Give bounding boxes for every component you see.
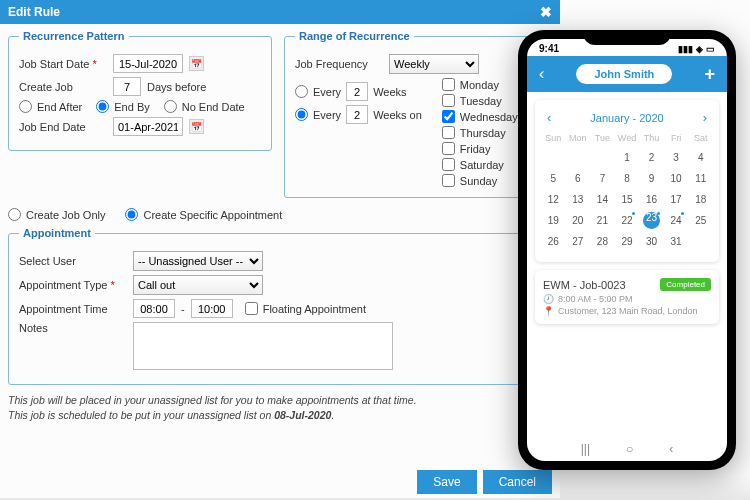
calendar-day[interactable]: 9	[639, 168, 664, 189]
calendar-day[interactable]: 20	[566, 210, 591, 231]
calendar-day[interactable]: 30	[639, 231, 664, 252]
end-by-radio[interactable]: End By	[96, 100, 149, 113]
range-legend: Range of Recurrence	[295, 30, 414, 42]
calendar-day[interactable]: 3	[664, 147, 689, 168]
weekday-wednesday[interactable]: Wednesday	[442, 110, 518, 123]
create-job-only-radio[interactable]: Create Job Only	[8, 208, 105, 221]
job-address: Customer, 123 Main Road, London	[558, 306, 698, 316]
user-pill[interactable]: John Smith	[576, 64, 672, 84]
calendar-icon[interactable]: 📅	[189, 56, 204, 71]
wifi-icon: ◈	[696, 44, 703, 54]
dialog-titlebar: Edit Rule ✖	[0, 0, 560, 24]
weekday-list: Monday Tuesday Wednesday Thursday Friday…	[442, 78, 518, 187]
notes-textarea[interactable]	[133, 322, 393, 370]
signal-icon: ▮▮▮	[678, 44, 693, 54]
calendar-day[interactable]: 6	[566, 168, 591, 189]
dialog-title: Edit Rule	[8, 5, 60, 19]
end-after-radio[interactable]: End After	[19, 100, 82, 113]
frequency-label: Job Frequency	[295, 58, 383, 70]
appt-type-dropdown[interactable]: Call out	[133, 275, 263, 295]
weekday-sunday[interactable]: Sunday	[442, 174, 518, 187]
calendar-day[interactable]: 16	[639, 189, 664, 210]
dow-row: SunMonTueWedThuFriSat	[541, 133, 713, 143]
time-to-input[interactable]	[191, 299, 233, 318]
calendar-icon[interactable]: 📅	[189, 119, 204, 134]
frequency-select[interactable]: Weekly	[389, 54, 479, 74]
calendar-day[interactable]: 25	[688, 210, 713, 231]
calendar-card: ‹ January - 2020 › SunMonTueWedThuFriSat…	[535, 100, 719, 262]
calendar-day[interactable]: 29	[615, 231, 640, 252]
appointment-legend: Appointment	[19, 227, 95, 239]
every-weeks-input[interactable]	[346, 82, 368, 101]
status-badge: Completed	[660, 278, 711, 291]
calendar-day	[688, 231, 713, 252]
calendar-day[interactable]: 22	[615, 210, 640, 231]
calendar-day[interactable]: 1	[615, 147, 640, 168]
cancel-button[interactable]: Cancel	[483, 470, 552, 494]
clock-icon: 🕗	[543, 294, 554, 304]
select-user-dropdown[interactable]: -- Unassigned User --	[133, 251, 263, 271]
calendar-day[interactable]: 31	[664, 231, 689, 252]
weekday-monday[interactable]: Monday	[442, 78, 518, 91]
time-from-input[interactable]	[133, 299, 175, 318]
next-month-icon[interactable]: ›	[703, 110, 707, 125]
calendar-day[interactable]: 13	[566, 189, 591, 210]
end-date-label: Job End Date	[19, 121, 107, 133]
calendar-day[interactable]: 2	[639, 147, 664, 168]
calendar-day[interactable]: 8	[615, 168, 640, 189]
start-date-input[interactable]	[113, 54, 183, 73]
close-icon[interactable]: ✖	[540, 4, 552, 20]
add-icon[interactable]: +	[704, 64, 715, 85]
every-weeks-on-input[interactable]	[346, 105, 368, 124]
calendar-grid: 1234567891011121314151617181920212223242…	[541, 147, 713, 252]
calendar-day[interactable]: 12	[541, 189, 566, 210]
calendar-day[interactable]: 11	[688, 168, 713, 189]
home-icon[interactable]: ○	[626, 442, 633, 456]
calendar-day[interactable]: 23	[639, 210, 664, 231]
back-nav-icon[interactable]: ‹	[669, 442, 673, 456]
days-before-input[interactable]	[113, 77, 141, 96]
prev-month-icon[interactable]: ‹	[547, 110, 551, 125]
calendar-day[interactable]: 4	[688, 147, 713, 168]
every-weeks-radio[interactable]: Every Weeks	[295, 82, 422, 101]
weekday-tuesday[interactable]: Tuesday	[442, 94, 518, 107]
weekday-saturday[interactable]: Saturday	[442, 158, 518, 171]
calendar-day[interactable]: 18	[688, 189, 713, 210]
floating-checkbox[interactable]: Floating Appointment	[245, 302, 366, 315]
appt-time-label: Appointment Time	[19, 303, 127, 315]
save-button[interactable]: Save	[417, 470, 476, 494]
no-end-radio[interactable]: No End Date	[164, 100, 245, 113]
calendar-day[interactable]: 27	[566, 231, 591, 252]
android-navbar: ||| ○ ‹	[581, 442, 674, 456]
calendar-day[interactable]: 7	[590, 168, 615, 189]
edit-rule-dialog: Edit Rule ✖ Recurrence Pattern Job Start…	[0, 0, 560, 498]
every-weeks-on-radio[interactable]: Every Weeks on	[295, 105, 422, 124]
recurrence-legend: Recurrence Pattern	[19, 30, 129, 42]
calendar-day[interactable]: 28	[590, 231, 615, 252]
calendar-day[interactable]: 26	[541, 231, 566, 252]
calendar-day[interactable]: 19	[541, 210, 566, 231]
calendar-day	[590, 147, 615, 168]
job-card[interactable]: EWM - Job-0023 Completed 🕗8:00 AM - 5:00…	[535, 270, 719, 324]
calendar-day[interactable]: 14	[590, 189, 615, 210]
phone-time: 9:41	[539, 43, 559, 54]
start-date-label: Job Start Date *	[19, 58, 107, 70]
calendar-day[interactable]: 10	[664, 168, 689, 189]
notes-label: Notes	[19, 322, 127, 334]
calendar-day[interactable]: 15	[615, 189, 640, 210]
weekday-thursday[interactable]: Thursday	[442, 126, 518, 139]
range-fieldset: Range of Recurrence Job Frequency Weekly…	[284, 30, 552, 198]
weekday-friday[interactable]: Friday	[442, 142, 518, 155]
end-date-input[interactable]	[113, 117, 183, 136]
calendar-day[interactable]: 17	[664, 189, 689, 210]
recents-icon[interactable]: |||	[581, 442, 590, 456]
calendar-day[interactable]: 21	[590, 210, 615, 231]
job-time: 8:00 AM - 5:00 PM	[558, 294, 633, 304]
calendar-day[interactable]: 24	[664, 210, 689, 231]
calendar-day[interactable]: 5	[541, 168, 566, 189]
back-icon[interactable]: ‹	[539, 65, 544, 83]
calendar-day	[541, 147, 566, 168]
job-title: EWM - Job-0023	[543, 279, 626, 291]
create-specific-radio[interactable]: Create Specific Appointment	[125, 208, 282, 221]
pin-icon: 📍	[543, 306, 554, 316]
